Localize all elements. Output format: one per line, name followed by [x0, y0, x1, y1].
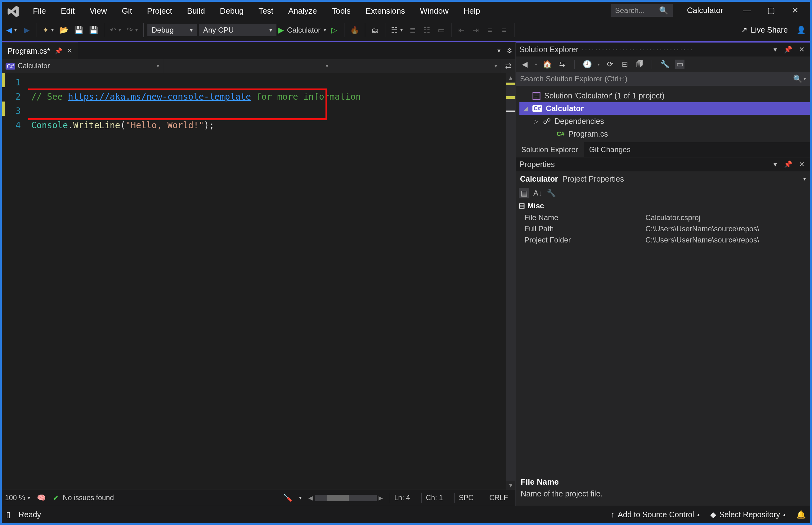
menu-file[interactable]: File: [26, 3, 53, 19]
caret-line[interactable]: Ln: 4: [390, 493, 415, 502]
se-showall-button[interactable]: 🗐: [635, 60, 644, 69]
editor-vscroll[interactable]: ▲ ▼: [506, 73, 515, 490]
platform-combo[interactable]: Any CPU: [199, 24, 277, 36]
hot-reload-button[interactable]: 🔥: [348, 23, 361, 37]
prop-row-fullpath[interactable]: Full Path C:\Users\UserName\source\repos…: [516, 223, 810, 235]
nav-type-combo[interactable]: [163, 59, 332, 73]
se-properties-button[interactable]: 🔧: [660, 60, 670, 69]
eol-mode[interactable]: CRLF: [485, 493, 512, 502]
solution-explorer-search[interactable]: Search Solution Explorer (Ctrl+;) 🔍▾: [516, 72, 810, 86]
tb-btn-d[interactable]: ▭: [435, 23, 448, 37]
uncomment-button[interactable]: ≡: [498, 23, 511, 37]
window-maximize-button[interactable]: ▢: [762, 4, 780, 17]
account-button[interactable]: 👤: [795, 23, 808, 37]
solution-node[interactable]: Solution 'Calculator' (1 of 1 project): [519, 89, 810, 102]
tab-solution-explorer[interactable]: Solution Explorer: [516, 142, 584, 157]
menu-debug[interactable]: Debug: [213, 3, 251, 19]
se-preview-button[interactable]: ▭: [675, 60, 685, 69]
indent-button[interactable]: ⇥: [469, 23, 482, 37]
code-editor[interactable]: 1 2 3 4 // See https://aka.ms/new-consol…: [2, 73, 515, 490]
panel-menu-button[interactable]: ▾: [772, 161, 779, 169]
prop-category-misc[interactable]: ⊟ Misc: [516, 200, 810, 212]
editor-hscroll[interactable]: ◀ ▶: [309, 495, 383, 501]
prop-pages-button[interactable]: 🔧: [546, 188, 557, 198]
intellisense-icon[interactable]: 🧠: [37, 494, 46, 502]
menu-analyze[interactable]: Analyze: [281, 3, 325, 19]
prop-row-projectfolder[interactable]: Project Folder C:\Users\UserName\source\…: [516, 235, 810, 245]
scroll-up-icon[interactable]: ▲: [509, 73, 513, 82]
code-text[interactable]: // See https://aka.ms/new-console-templa…: [28, 73, 506, 490]
tab-settings-button[interactable]: ⚙: [503, 47, 515, 54]
tab-program-cs[interactable]: Program.cs* 📌 ✕: [2, 42, 78, 59]
find-in-files-button[interactable]: 🗂: [369, 23, 381, 37]
start-no-debug-button[interactable]: ▷: [328, 23, 340, 37]
zoom-control[interactable]: 100 % ▾: [5, 494, 30, 502]
select-repository[interactable]: ◆ Select Repository ▴: [710, 510, 786, 519]
menu-tools[interactable]: Tools: [324, 3, 358, 19]
se-collapse-button[interactable]: ⊟: [620, 60, 629, 69]
menu-test[interactable]: Test: [251, 3, 281, 19]
project-node[interactable]: ◢ C# Calculator: [519, 102, 810, 115]
se-pending-button[interactable]: 🕘: [583, 60, 592, 69]
open-file-button[interactable]: 📂: [58, 23, 71, 37]
se-switch-button[interactable]: ⇆: [558, 60, 567, 69]
menu-edit[interactable]: Edit: [53, 3, 82, 19]
notifications-icon[interactable]: 🔔: [796, 510, 806, 519]
window-minimize-button[interactable]: —: [737, 4, 756, 17]
pin-icon[interactable]: 📌: [782, 46, 794, 54]
pin-icon[interactable]: 📌: [54, 47, 62, 55]
save-all-button[interactable]: 💾: [87, 23, 100, 37]
menu-window[interactable]: Window: [412, 3, 456, 19]
close-icon[interactable]: ✕: [797, 161, 807, 169]
nav-scope-combo[interactable]: C#Calculator: [2, 59, 163, 73]
prop-alpha-button[interactable]: A↓: [532, 188, 543, 198]
se-refresh-button[interactable]: ⟳: [605, 60, 615, 69]
nav-back-button[interactable]: ◀: [4, 23, 19, 37]
properties-object-row[interactable]: Calculator Project Properties ▾: [516, 171, 810, 186]
config-combo[interactable]: Debug: [147, 24, 197, 36]
scroll-right-icon[interactable]: ▶: [378, 495, 383, 501]
prop-categorized-button[interactable]: ▤: [519, 188, 529, 198]
comment-button[interactable]: ≡: [484, 23, 496, 37]
tab-git-changes[interactable]: Git Changes: [584, 142, 636, 157]
menu-view[interactable]: View: [82, 3, 114, 19]
close-icon[interactable]: ✕: [797, 46, 807, 54]
prop-row-filename[interactable]: File Name Calculator.csproj: [516, 212, 810, 223]
output-pane-icon[interactable]: ▯: [6, 510, 11, 519]
start-debug-button[interactable]: ▶ Calculator ▾: [278, 26, 326, 34]
redo-button[interactable]: ↷: [125, 23, 140, 37]
window-close-button[interactable]: ✕: [786, 4, 805, 17]
issues-indicator[interactable]: ✔ No issues found: [53, 494, 114, 502]
pin-icon[interactable]: 📌: [782, 161, 794, 169]
tb-btn-c[interactable]: ☷: [421, 23, 433, 37]
scroll-down-icon[interactable]: ▼: [509, 481, 513, 490]
menu-extensions[interactable]: Extensions: [358, 3, 412, 19]
add-to-source-control[interactable]: ↑ Add to Source Control ▴: [611, 510, 700, 519]
nav-fwd-button[interactable]: ▶: [20, 23, 33, 37]
tb-btn-a[interactable]: ☵: [389, 23, 405, 37]
code-link[interactable]: https://aka.ms/new-console-template: [68, 92, 251, 102]
tb-btn-b[interactable]: ≣: [406, 23, 419, 37]
menu-git[interactable]: Git: [114, 3, 140, 19]
file-node-program[interactable]: C# Program.cs: [519, 127, 810, 140]
screwdriver-icon[interactable]: 🪛: [283, 494, 292, 502]
nav-member-combo[interactable]: [332, 59, 501, 73]
close-icon[interactable]: ✕: [67, 47, 72, 55]
panel-menu-button[interactable]: ▾: [772, 46, 779, 54]
caret-col[interactable]: Ch: 1: [421, 493, 448, 502]
scroll-left-icon[interactable]: ◀: [309, 495, 313, 501]
live-share-button[interactable]: ↗ Live Share: [741, 26, 788, 34]
undo-button[interactable]: ↶: [108, 23, 123, 37]
menu-project[interactable]: Project: [140, 3, 179, 19]
title-search[interactable]: Search... 🔍: [611, 4, 673, 17]
tab-overflow-button[interactable]: ▾: [494, 47, 503, 54]
outdent-button[interactable]: ⇤: [455, 23, 468, 37]
dependencies-node[interactable]: ▷ ☍ Dependencies: [519, 115, 810, 127]
se-back-button[interactable]: ◀: [520, 60, 529, 69]
save-button[interactable]: 💾: [72, 23, 85, 37]
se-home-button[interactable]: 🏠: [543, 60, 552, 69]
new-item-button[interactable]: ✦: [41, 23, 56, 37]
split-editor-button[interactable]: ⇄: [501, 62, 515, 71]
menu-build[interactable]: Build: [179, 3, 213, 19]
whitespace-mode[interactable]: SPC: [454, 493, 478, 502]
